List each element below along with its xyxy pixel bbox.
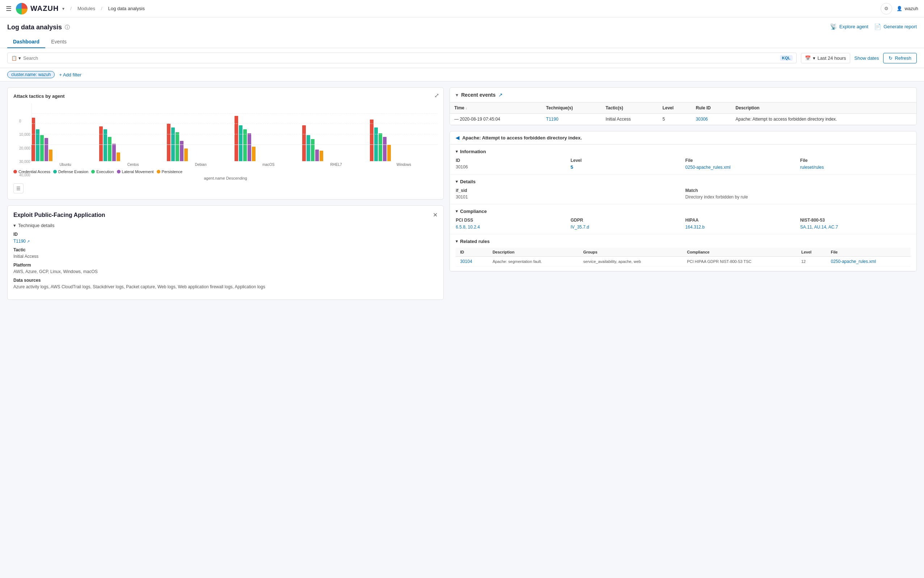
related-id: 30104 bbox=[456, 257, 488, 266]
related-rules-section: ▾ Related rules ID Description Groups Co… bbox=[450, 234, 916, 271]
technique-section-toggle[interactable]: ▾ Technique details bbox=[13, 223, 438, 228]
bar-ubuntu-green bbox=[40, 135, 44, 161]
bar-windows-cyan bbox=[374, 127, 378, 161]
bar-rhel7-cyan bbox=[307, 135, 310, 161]
col-technique: Technique(s) bbox=[542, 102, 601, 114]
brand-dropdown-icon[interactable]: ▾ bbox=[62, 6, 65, 11]
legend-dot-red bbox=[13, 170, 17, 174]
y-label-0: 0 bbox=[19, 119, 31, 123]
compliance-section-toggle[interactable]: ▾ Compliance bbox=[456, 209, 911, 214]
bar-ubuntu-purple bbox=[45, 138, 48, 161]
related-compliance: PCI HIPAA GDPR NIST-800-53 TSC bbox=[683, 257, 797, 266]
legend-label-execution: Execution bbox=[96, 169, 114, 174]
platform-label: Platform bbox=[13, 263, 438, 268]
refresh-icon: ↻ bbox=[888, 55, 893, 61]
technique-link[interactable]: T1190 bbox=[546, 117, 558, 122]
chart-wrapper: 40,000 30,000 20,000 10,000 0 bbox=[13, 103, 438, 167]
explore-agent-button[interactable]: 📡 Explore agent bbox=[830, 23, 868, 30]
detail-header-text: Apache: Attempt to access forbidden dire… bbox=[462, 135, 582, 141]
y-axis: 40,000 30,000 20,000 10,000 0 bbox=[19, 119, 31, 177]
info-section-toggle[interactable]: ▾ Information bbox=[456, 149, 911, 154]
col-time[interactable]: Time ↓ bbox=[450, 102, 542, 114]
search-type-button[interactable]: 📋 ▾ bbox=[11, 55, 21, 61]
bar-windows-red bbox=[370, 120, 374, 161]
bar-centos-green bbox=[108, 137, 112, 161]
detail-card: ◀ Apache: Attempt to access forbidden di… bbox=[450, 131, 917, 272]
nist-link[interactable]: SA.11, AU.14, AC.7 bbox=[800, 224, 838, 230]
related-col-compliance: Compliance bbox=[683, 248, 797, 257]
generate-report-button[interactable]: 📄 Generate report bbox=[874, 23, 917, 30]
y-label-30k: 30,000 bbox=[19, 160, 31, 164]
details-section-toggle[interactable]: ▾ Details bbox=[456, 179, 911, 184]
related-section-toggle[interactable]: ▾ Related rules bbox=[456, 239, 911, 244]
y-label-40k: 40,000 bbox=[19, 173, 31, 177]
tab-events[interactable]: Events bbox=[45, 36, 73, 48]
close-technique-button[interactable]: ✕ bbox=[433, 211, 438, 218]
y-label-20k: 20,000 bbox=[19, 146, 31, 150]
time-selector[interactable]: 📅 ▾ Last 24 hours bbox=[801, 53, 850, 63]
add-filter-button[interactable]: + Add filter bbox=[59, 72, 81, 78]
tab-actions: 📡 Explore agent 📄 Generate report bbox=[830, 23, 917, 31]
gdpr-link[interactable]: IV_35.7.d bbox=[570, 224, 589, 230]
search-input[interactable] bbox=[23, 55, 778, 61]
legend-dot-green bbox=[91, 170, 95, 174]
bar-group-ubuntu bbox=[31, 118, 99, 161]
show-dates-button[interactable]: Show dates bbox=[854, 55, 879, 61]
external-link-icon[interactable]: ↗ bbox=[498, 92, 503, 98]
breadcrumb-modules[interactable]: Modules bbox=[78, 6, 95, 11]
cell-rule-id: 30306 bbox=[691, 114, 731, 125]
active-filter-badge[interactable]: cluster.name: wazuh bbox=[7, 71, 55, 78]
legend-persistence: Persistence bbox=[157, 169, 183, 174]
hipaa-link[interactable]: 164.312.b bbox=[686, 224, 705, 230]
related-rule-row[interactable]: 30104 Apache: segmentation fault. servic… bbox=[456, 257, 911, 266]
settings-icon[interactable]: ⚙ bbox=[880, 3, 892, 15]
technique-panel: Exploit Public-Facing Application ✕ ▾ Te… bbox=[7, 205, 444, 300]
legend-dot-orange bbox=[157, 170, 160, 174]
bar-group-centos bbox=[99, 127, 167, 161]
col-description: Description bbox=[731, 102, 916, 114]
sort-icon-time: ↓ bbox=[466, 106, 467, 110]
user-icon: 👤 bbox=[896, 6, 902, 11]
legend-defense-evasion: Defense Evasion bbox=[53, 169, 88, 174]
event-row[interactable]: — 2020-08-19 07:45:04 T1190 Initial Acce… bbox=[450, 114, 916, 125]
expand-icon[interactable]: ⤢ bbox=[434, 92, 439, 99]
bar-macos-red bbox=[235, 116, 238, 161]
brand-name: WAZUH bbox=[31, 4, 58, 13]
cell-tactic: Initial Access bbox=[601, 114, 658, 125]
related-id-link[interactable]: 30104 bbox=[460, 259, 472, 264]
table-view-button[interactable]: ☰ bbox=[13, 183, 24, 193]
info-grid: ID 30106 Level 5 File 0250-apache_rules.… bbox=[456, 158, 911, 170]
bar-centos-red bbox=[99, 127, 103, 161]
attack-tactics-card: Attack tactics by agent ⤢ 40,000 30,000 … bbox=[7, 87, 444, 200]
info-icon[interactable]: ⓘ bbox=[65, 24, 70, 31]
related-file-link[interactable]: 0250-apache_rules.xml bbox=[831, 259, 876, 264]
info-level-field: Level 5 bbox=[570, 158, 681, 170]
legend-label-defense: Defense Evasion bbox=[58, 169, 88, 174]
technique-details-section: ▾ Technique details ID T1190 ↗ Tactic In… bbox=[13, 223, 438, 289]
technique-id-link[interactable]: T1190 ↗ bbox=[13, 239, 30, 244]
related-desc: Apache: segmentation fault. bbox=[488, 257, 579, 266]
legend-dot-cyan bbox=[53, 170, 57, 174]
bar-windows-purple bbox=[383, 137, 387, 161]
user-menu[interactable]: 👤 wazuh bbox=[896, 6, 918, 11]
compliance-chevron-icon: ▾ bbox=[456, 209, 458, 214]
details-grid: if_sid 30101 Match Directory index forbi… bbox=[456, 188, 911, 200]
related-file: 0250-apache_rules.xml bbox=[826, 257, 911, 266]
bar-windows-green bbox=[379, 133, 382, 161]
related-chevron-icon: ▾ bbox=[456, 239, 458, 244]
cell-technique: T1190 bbox=[542, 114, 601, 125]
events-collapse-button[interactable]: ▾ bbox=[456, 92, 458, 98]
file-link[interactable]: 0250-apache_rules.xml bbox=[686, 165, 731, 170]
refresh-button[interactable]: ↻ Refresh bbox=[883, 53, 917, 63]
bar-ubuntu-orange bbox=[49, 149, 52, 161]
hamburger-icon[interactable]: ☰ bbox=[6, 5, 11, 13]
logo: WAZUH ▾ bbox=[16, 3, 65, 15]
tab-dashboard[interactable]: Dashboard bbox=[7, 36, 45, 48]
pci-link[interactable]: 6.5.8, 10.2.4 bbox=[456, 224, 480, 230]
time-range-label: Last 24 hours bbox=[817, 55, 846, 61]
rule-id-link[interactable]: 30306 bbox=[696, 117, 707, 122]
related-col-id: ID bbox=[456, 248, 488, 257]
calendar-dropdown-icon: ▾ bbox=[813, 55, 816, 61]
back-button[interactable]: ◀ bbox=[456, 135, 459, 141]
file2-link[interactable]: ruleset/rules bbox=[800, 165, 824, 170]
